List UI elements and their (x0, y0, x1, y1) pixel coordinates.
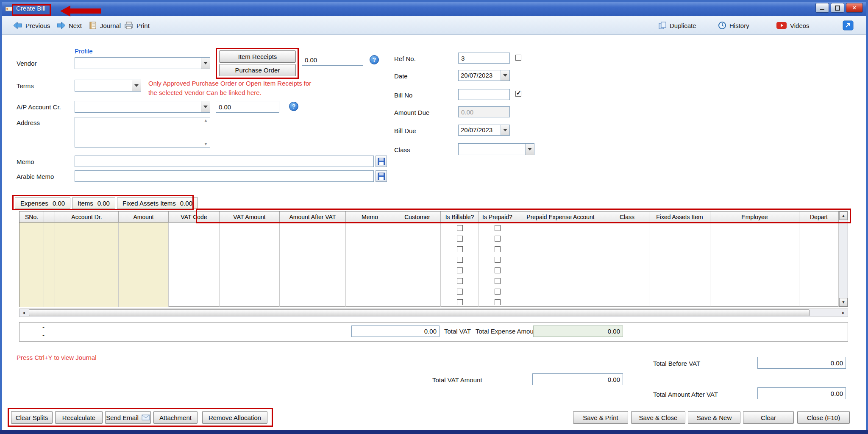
grid-cell[interactable] (516, 286, 605, 297)
class-select[interactable] (458, 143, 534, 155)
close-f10-button[interactable]: Close (F10) (797, 411, 850, 424)
grid-cell[interactable] (19, 265, 44, 275)
grid-cell[interactable] (19, 223, 44, 233)
grid-cell[interactable] (479, 286, 516, 297)
chevron-down-icon[interactable] (132, 80, 141, 91)
grid-cell[interactable] (169, 223, 220, 233)
grid-cell[interactable] (605, 297, 649, 307)
expand-window-button[interactable] (843, 16, 854, 35)
grid-column-header[interactable]: Prepaid Expense Account (516, 211, 605, 223)
is-prepaid-checkbox[interactable] (495, 278, 501, 284)
profile-link[interactable]: Profile (75, 47, 93, 55)
grid-cell[interactable] (169, 254, 220, 265)
send-email-button[interactable]: Send Email (105, 411, 151, 424)
grid-cell[interactable] (55, 297, 119, 307)
grid-cell[interactable] (346, 275, 394, 286)
grid-cell[interactable] (394, 275, 441, 286)
grid-cell[interactable] (169, 275, 220, 286)
grid-cell[interactable] (394, 286, 441, 297)
is-prepaid-checkbox[interactable] (495, 299, 501, 305)
grid-cell[interactable] (119, 265, 169, 275)
tab-fixed-assets-items[interactable]: Fixed Assets Items0.00 (117, 198, 198, 209)
grid-cell[interactable] (394, 233, 441, 244)
grid-cell[interactable] (44, 233, 55, 244)
grid-cell[interactable] (119, 297, 169, 307)
grid-cell[interactable] (44, 254, 55, 265)
grid-cell[interactable] (220, 233, 280, 244)
grid-cell[interactable] (55, 254, 119, 265)
grid-cell[interactable] (119, 223, 169, 233)
chevron-down-icon[interactable] (525, 144, 534, 155)
grid-cell[interactable] (479, 297, 516, 307)
grid-cell[interactable] (220, 244, 280, 254)
grid-cell[interactable] (220, 275, 280, 286)
grid-cell[interactable] (799, 265, 839, 275)
is-prepaid-checkbox[interactable] (495, 225, 501, 231)
grid-cell[interactable] (55, 275, 119, 286)
grid-cell[interactable] (516, 297, 605, 307)
grid-column-header[interactable]: SNo. (19, 211, 44, 223)
scrollbar-thumb[interactable] (29, 309, 810, 316)
is-prepaid-checkbox[interactable] (495, 236, 501, 242)
grid-cell[interactable] (169, 297, 220, 307)
grid-cell[interactable] (280, 223, 346, 233)
grid-cell[interactable] (649, 233, 710, 244)
grid-cell[interactable] (799, 286, 839, 297)
grid-cell[interactable] (394, 265, 441, 275)
videos-button[interactable]: Videos (776, 16, 810, 35)
print-button[interactable]: Print (124, 16, 150, 35)
horizontal-scrollbar[interactable]: ◄ ► (19, 309, 848, 317)
grid-cell[interactable] (710, 233, 799, 244)
grid-cell[interactable] (799, 297, 839, 307)
clear-button[interactable]: Clear (743, 411, 794, 424)
is-billable-checkbox[interactable] (457, 289, 463, 295)
grid-cell[interactable] (710, 286, 799, 297)
grid-cell[interactable] (119, 233, 169, 244)
is-prepaid-checkbox[interactable] (495, 267, 501, 273)
grid-cell[interactable] (799, 244, 839, 254)
grid-cell[interactable] (55, 223, 119, 233)
grid-cell[interactable] (441, 265, 479, 275)
grid-cell[interactable] (441, 275, 479, 286)
grid-cell[interactable] (479, 244, 516, 254)
grid-cell[interactable] (605, 265, 649, 275)
is-billable-checkbox[interactable] (457, 267, 463, 273)
memo-input[interactable] (75, 156, 374, 167)
date-picker[interactable]: 20/07/2023 (458, 70, 510, 81)
scroll-down-icon[interactable]: ▼ (202, 142, 209, 146)
grid-cell[interactable] (441, 223, 479, 233)
ap-amount-field[interactable]: 0.00 (216, 101, 279, 113)
grid-column-header[interactable]: Amount After VAT (280, 211, 346, 223)
help-icon[interactable]: ? (289, 102, 298, 111)
grid-cell[interactable] (19, 286, 44, 297)
grid-cell[interactable] (346, 286, 394, 297)
grid-cell[interactable] (516, 244, 605, 254)
grid-cell[interactable] (441, 297, 479, 307)
is-billable-checkbox[interactable] (457, 225, 463, 231)
grid-cell[interactable] (649, 254, 710, 265)
grid-cell[interactable] (479, 223, 516, 233)
grid-column-header[interactable]: Is Prepaid? (479, 211, 516, 223)
grid-cell[interactable] (605, 254, 649, 265)
grid-cell[interactable] (441, 233, 479, 244)
item-receipts-button[interactable]: Item Receipts (219, 50, 296, 63)
grid-cell[interactable] (169, 244, 220, 254)
grid-cell[interactable] (799, 223, 839, 233)
grid-cell[interactable] (605, 275, 649, 286)
chevron-down-icon[interactable] (501, 125, 509, 135)
grid-cell[interactable] (479, 265, 516, 275)
grid-cell[interactable] (220, 223, 280, 233)
grid-cell[interactable] (55, 265, 119, 275)
grid-cell[interactable] (19, 244, 44, 254)
vendor-select[interactable] (75, 57, 210, 69)
grid-cell[interactable] (799, 275, 839, 286)
grid-cell[interactable] (605, 223, 649, 233)
remove-allocation-button[interactable]: Remove Allocation (202, 411, 267, 424)
grid-cell[interactable] (220, 254, 280, 265)
grid-cell[interactable] (516, 223, 605, 233)
grid-cell[interactable] (346, 254, 394, 265)
maximize-button[interactable] (831, 3, 844, 13)
is-prepaid-checkbox[interactable] (495, 257, 501, 263)
grid-cell[interactable] (441, 286, 479, 297)
grid-cell[interactable] (516, 275, 605, 286)
